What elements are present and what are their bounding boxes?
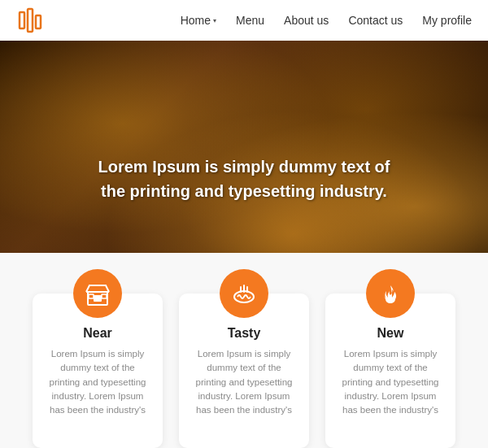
svg-rect-2 bbox=[36, 15, 41, 28]
noodles-icon bbox=[231, 281, 257, 307]
nav-about[interactable]: About us bbox=[284, 14, 329, 27]
header: Home ▾ Menu About us Contact us My profi… bbox=[0, 0, 488, 41]
fire-icon bbox=[377, 281, 403, 307]
near-title: Near bbox=[83, 326, 112, 341]
new-text: Lorem Ipsum is simply dummy text of the … bbox=[337, 347, 444, 417]
new-title: New bbox=[377, 326, 404, 341]
card-tasty: Tasty Lorem Ipsum is simply dummy text o… bbox=[179, 294, 309, 448]
hero-title: Lorem Ipsum is simply dummy text of the … bbox=[89, 154, 399, 203]
svg-rect-7 bbox=[102, 294, 107, 298]
tasty-title: Tasty bbox=[228, 326, 261, 341]
svg-rect-0 bbox=[20, 12, 24, 28]
logo bbox=[16, 6, 46, 35]
store-icon bbox=[85, 281, 111, 307]
tasty-icon-circle bbox=[220, 269, 268, 318]
logo-icon bbox=[16, 6, 46, 35]
nav-menu[interactable]: Menu bbox=[236, 14, 264, 27]
nav-profile[interactable]: My profile bbox=[422, 14, 472, 27]
home-dropdown-arrow: ▾ bbox=[213, 17, 216, 24]
hero-text-block: Lorem Ipsum is simply dummy text of the … bbox=[89, 154, 399, 203]
tasty-text: Lorem Ipsum is simply dummy text of the … bbox=[190, 347, 298, 417]
svg-rect-6 bbox=[89, 294, 94, 298]
near-icon-circle bbox=[73, 269, 122, 318]
svg-rect-4 bbox=[94, 295, 102, 302]
near-text: Lorem Ipsum is simply dummy text of the … bbox=[44, 347, 151, 417]
card-new: New Lorem Ipsum is simply dummy text of … bbox=[325, 294, 455, 448]
svg-rect-1 bbox=[28, 9, 33, 32]
new-icon-circle bbox=[366, 269, 415, 318]
nav-home[interactable]: Home ▾ bbox=[181, 14, 216, 27]
cards-section: Near Lorem Ipsum is simply dummy text of… bbox=[0, 253, 488, 448]
card-near: Near Lorem Ipsum is simply dummy text of… bbox=[33, 294, 163, 448]
nav-contact[interactable]: Contact us bbox=[348, 14, 403, 27]
nav: Home ▾ Menu About us Contact us My profi… bbox=[181, 14, 472, 27]
